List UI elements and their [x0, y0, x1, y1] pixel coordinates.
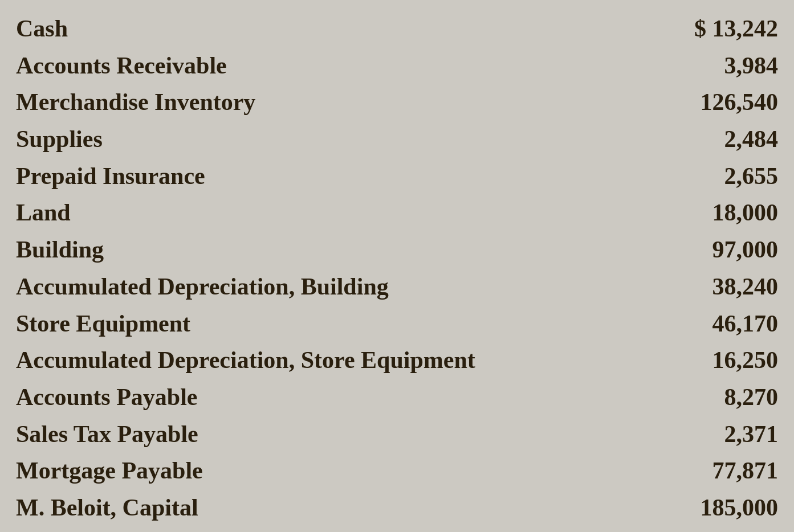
account-value: $ 13,242 [590, 10, 783, 47]
table-row: Cash$ 13,242 [11, 10, 783, 47]
account-label: Store Equipment [11, 305, 590, 342]
account-label: Accounts Receivable [11, 47, 590, 84]
account-label: Prepaid Insurance [11, 158, 590, 195]
table-row: Merchandise Inventory126,540 [11, 84, 783, 121]
account-value: 16,250 [590, 342, 783, 379]
table-row: Building97,000 [11, 231, 783, 268]
table-row: Sales Tax Payable2,371 [11, 416, 783, 453]
account-label: Land [11, 194, 590, 231]
account-label: Cash [11, 10, 590, 47]
account-value: 8,270 [590, 379, 783, 416]
account-value: 2,484 [590, 121, 783, 158]
table-row: Store Equipment46,170 [11, 305, 783, 342]
account-label: Merchandise Inventory [11, 84, 590, 121]
account-value: 2,371 [590, 416, 783, 453]
account-label: M. Beloit, Drawing [11, 526, 590, 532]
table-row: Accounts Payable8,270 [11, 379, 783, 416]
account-label: Accounts Payable [11, 379, 590, 416]
account-value: 77,871 [590, 452, 783, 489]
account-value: 18,000 [590, 194, 783, 231]
account-label: Accumulated Depreciation, Building [11, 268, 590, 305]
account-value: 46,170 [590, 305, 783, 342]
account-label: Mortgage Payable [11, 452, 590, 489]
account-table: Cash$ 13,242Accounts Receivable3,984Merc… [11, 10, 783, 532]
account-value: 38,240 [590, 268, 783, 305]
table-row: Accounts Receivable3,984 [11, 47, 783, 84]
account-value: 2,655 [590, 158, 783, 195]
account-value: 3,984 [590, 47, 783, 84]
account-value: 48,000 [590, 526, 783, 532]
account-value: 97,000 [590, 231, 783, 268]
account-label: Building [11, 231, 590, 268]
account-value: 185,000 [590, 489, 783, 526]
table-row: Prepaid Insurance2,655 [11, 158, 783, 195]
account-label: M. Beloit, Capital [11, 489, 590, 526]
table-row: Supplies2,484 [11, 121, 783, 158]
account-label: Sales Tax Payable [11, 416, 590, 453]
account-value: 126,540 [590, 84, 783, 121]
table-row: Land18,000 [11, 194, 783, 231]
account-label: Accumulated Depreciation, Store Equipmen… [11, 342, 590, 379]
table-row: M. Beloit, Capital185,000 [11, 489, 783, 526]
table-row: Accumulated Depreciation, Store Equipmen… [11, 342, 783, 379]
table-row: M. Beloit, Drawing48,000 [11, 526, 783, 532]
account-label: Supplies [11, 121, 590, 158]
table-row: Accumulated Depreciation, Building38,240 [11, 268, 783, 305]
table-row: Mortgage Payable77,871 [11, 452, 783, 489]
